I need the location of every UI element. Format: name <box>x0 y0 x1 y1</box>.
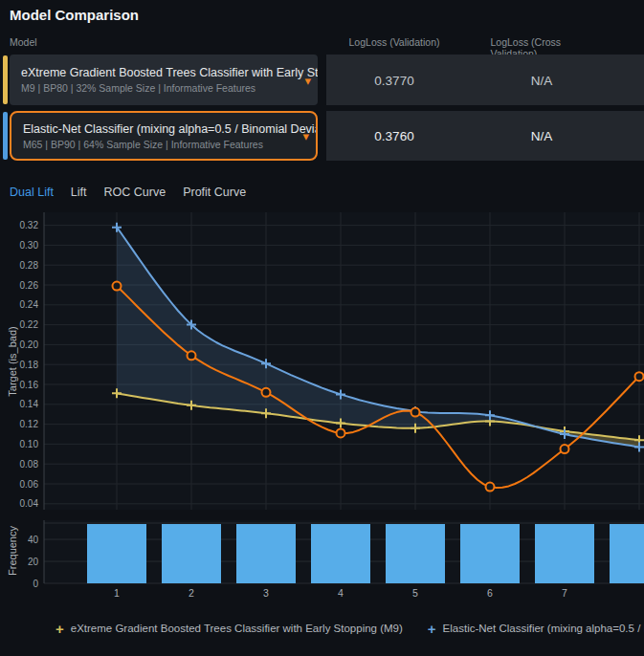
svg-text:0.04: 0.04 <box>20 498 39 509</box>
svg-text:40: 40 <box>28 535 39 545</box>
legend-item-xgboost[interactable]: + eXtreme Gradient Boosted Trees Classif… <box>56 622 403 636</box>
svg-text:0.30: 0.30 <box>20 240 39 251</box>
logloss-validation-value: 0.3760 <box>374 129 413 143</box>
model-accent-bar <box>3 55 8 104</box>
model-selector-elastic-net[interactable]: Elastic-Net Classifier (mixing alpha=0.5… <box>10 111 318 161</box>
frequency-histogram: 020401234567 <box>0 514 644 605</box>
chevron-down-icon[interactable]: ▾ <box>302 130 309 142</box>
svg-text:0.08: 0.08 <box>20 459 39 470</box>
legend-item-elastic-net[interactable]: + Elastic-Net Classifier (mixing alpha=0… <box>428 622 644 636</box>
svg-text:6: 6 <box>487 587 493 599</box>
chevron-down-icon[interactable]: ▾ <box>304 74 311 86</box>
logloss-validation-value: 0.3770 <box>374 73 413 87</box>
svg-text:0.20: 0.20 <box>20 339 39 350</box>
svg-text:0.32: 0.32 <box>20 220 39 230</box>
model-name: eXtreme Gradient Boosted Trees Classifie… <box>10 66 318 79</box>
svg-text:1: 1 <box>114 587 120 599</box>
svg-text:4: 4 <box>338 587 344 599</box>
chart-tabs: Dual Lift Lift ROC Curve Profit Curve <box>10 186 246 199</box>
column-header-logloss-validation: LogLoss (Validation) <box>349 36 440 48</box>
svg-text:2: 2 <box>189 587 194 599</box>
tab-profit-curve[interactable]: Profit Curve <box>183 186 246 199</box>
tab-dual-lift[interactable]: Dual Lift <box>10 186 54 199</box>
table-row: Elastic-Net Classifier (mixing alpha=0.5… <box>0 111 644 161</box>
svg-text:0.14: 0.14 <box>20 399 39 409</box>
svg-text:0.10: 0.10 <box>20 439 39 449</box>
plus-marker-icon: + <box>56 622 64 636</box>
plus-marker-icon: + <box>428 622 436 636</box>
metric-cells: 0.3760 N/A <box>326 111 644 161</box>
svg-text:5: 5 <box>412 587 418 599</box>
tab-lift[interactable]: Lift <box>71 186 87 199</box>
svg-text:0.12: 0.12 <box>20 419 39 429</box>
svg-text:7: 7 <box>562 587 567 599</box>
dual-lift-chart: 0.320.300.280.260.240.220.200.180.160.14… <box>0 206 644 514</box>
metric-cells: 0.3770 N/A <box>326 55 644 105</box>
tab-roc-curve[interactable]: ROC Curve <box>104 186 167 199</box>
logloss-cross-validation-value: N/A <box>531 129 553 143</box>
model-selector-xgboost[interactable]: eXtreme Gradient Boosted Trees Classifie… <box>10 55 318 105</box>
svg-text:3: 3 <box>263 587 269 599</box>
column-header-model: Model <box>10 36 37 48</box>
svg-text:0: 0 <box>33 579 38 589</box>
svg-text:0.26: 0.26 <box>20 280 39 291</box>
svg-text:20: 20 <box>28 557 39 567</box>
svg-text:0.24: 0.24 <box>20 299 39 310</box>
model-meta: M65 | BP90 | 64% Sample Size | Informati… <box>11 139 316 150</box>
model-name: Elastic-Net Classifier (mixing alpha=0.5… <box>11 122 316 136</box>
page-title: Model Comparison <box>10 7 139 23</box>
model-accent-bar <box>3 112 8 160</box>
svg-text:0.06: 0.06 <box>20 479 39 490</box>
model-comparison-page: Model Comparison Model LogLoss (Validati… <box>0 0 644 656</box>
table-row: eXtreme Gradient Boosted Trees Classifie… <box>0 55 644 105</box>
svg-text:0.18: 0.18 <box>20 360 39 370</box>
logloss-cross-validation-value: N/A <box>531 73 553 87</box>
chart-legend: + eXtreme Gradient Boosted Trees Classif… <box>0 617 644 640</box>
svg-text:0.28: 0.28 <box>20 260 39 271</box>
svg-text:0.16: 0.16 <box>20 380 39 390</box>
svg-text:0.22: 0.22 <box>20 319 39 330</box>
model-meta: M9 | BP80 | 32% Sample Size | Informativ… <box>10 82 318 94</box>
